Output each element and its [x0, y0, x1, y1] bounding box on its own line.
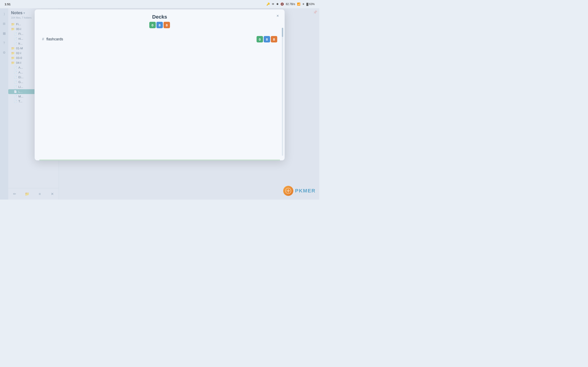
- status-right-icons: 🔑 👁 ✱ 🔇 82.7B/s 📶 ✈ ▓ 63%: [267, 2, 315, 6]
- modal-header-badges: 0 8 8: [39, 22, 280, 28]
- badge-blue-header: 8: [156, 22, 163, 28]
- deck-badges: 0 8 8: [257, 36, 277, 42]
- decks-modal: × Decks 0 8 8 # flashcards 0 8 8: [35, 9, 285, 161]
- deck-row-flashcards[interactable]: # flashcards 0 8 8: [40, 34, 279, 45]
- modal-overlay: × Decks 0 8 8 # flashcards 0 8 8: [0, 0, 319, 200]
- bluetooth-icon: ✱: [276, 2, 279, 6]
- data-speed: 82.7B/s: [286, 2, 295, 6]
- pkmer-text: PKMER: [295, 188, 316, 194]
- badge-blue-deck: 8: [264, 36, 270, 42]
- battery-icon: ▓ 63%: [306, 2, 315, 6]
- modal-bottom-bar: [39, 160, 280, 160]
- volume-icon: 🔇: [280, 2, 284, 6]
- airplane-icon: ✈: [302, 2, 304, 6]
- pkmer-logo: PKMER: [283, 186, 316, 196]
- badge-orange-header: 8: [164, 22, 170, 28]
- eye-icon: 👁: [272, 2, 275, 6]
- badge-green-header: 0: [149, 22, 156, 28]
- deck-hash: #: [42, 37, 44, 41]
- status-bar: 1:51 🔑 👁 ✱ 🔇 82.7B/s 📶 ✈ ▓ 63%: [0, 0, 319, 8]
- key-icon: 🔑: [267, 2, 270, 6]
- modal-title: Decks: [39, 14, 280, 20]
- deck-name: flashcards: [46, 37, 257, 41]
- modal-close-button[interactable]: ×: [275, 13, 281, 19]
- modal-body: # flashcards 0 8 8: [35, 32, 285, 47]
- modal-scrollbar-thumb: [282, 28, 283, 37]
- pkmer-icon: [283, 186, 293, 196]
- badge-green-deck: 0: [257, 36, 263, 42]
- wifi-icon: 📶: [297, 2, 300, 6]
- badge-orange-deck: 8: [271, 36, 277, 42]
- modal-scrollbar[interactable]: [282, 28, 283, 156]
- status-time: 1:51: [5, 2, 10, 6]
- modal-header: Decks 0 8 8: [35, 9, 285, 32]
